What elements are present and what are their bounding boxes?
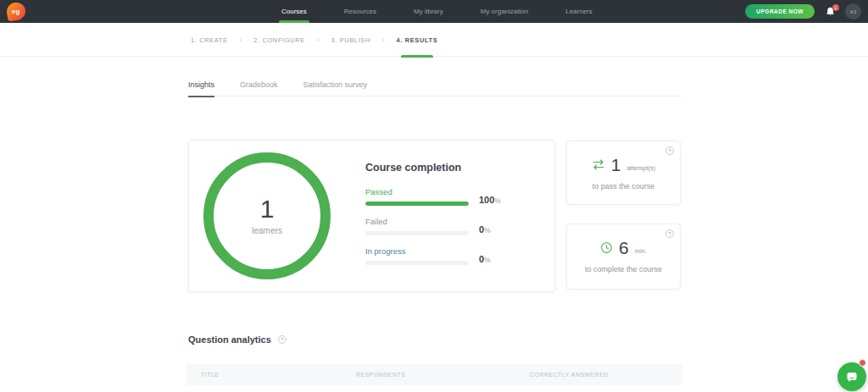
course-steps-bar: 1. CREATE › 2. CONFIGURE › 3. PUBLISH › … bbox=[0, 23, 868, 57]
completion-title: Course completion bbox=[365, 162, 542, 174]
completion-breakdown: Course completion Passed 100% Failed bbox=[365, 162, 542, 276]
column-header-title: TITLE bbox=[201, 372, 356, 378]
info-icon[interactable]: ? bbox=[665, 229, 674, 238]
chat-bubble-icon bbox=[845, 370, 859, 384]
notification-badge: 1 bbox=[832, 4, 839, 11]
nav-item-resources[interactable]: Resources bbox=[344, 0, 376, 23]
nav-item-label: Resources bbox=[344, 8, 376, 15]
nav-item-label: Learners bbox=[565, 8, 593, 15]
notifications-button[interactable]: 1 bbox=[823, 4, 837, 19]
chat-launcher-button[interactable] bbox=[837, 362, 866, 391]
top-nav: eg Courses Resources My library My organ… bbox=[0, 0, 868, 23]
nav-right-controls: UPGRADE NOW 1 VJ bbox=[745, 0, 861, 23]
nav-item-label: My organization bbox=[481, 8, 528, 15]
tab-label: Insights bbox=[188, 80, 214, 89]
completion-row-in-progress: In progress 0% bbox=[365, 246, 542, 265]
app-window: eg Courses Resources My library My organ… bbox=[0, 0, 868, 392]
clock-icon bbox=[600, 241, 613, 254]
column-header-correctly-answered: CORRECTLY ANSWERED bbox=[530, 372, 682, 378]
attempts-unit: attempt(s) bbox=[626, 164, 655, 172]
chevron-right-icon: › bbox=[382, 36, 385, 44]
completion-label: Passed bbox=[365, 187, 472, 196]
course-completion-card: 1 learners Course completion Passed 100%… bbox=[188, 140, 555, 292]
avatar[interactable]: VJ bbox=[845, 3, 861, 19]
brand-logo[interactable]: eg bbox=[6, 2, 27, 22]
nav-item-my-organization[interactable]: My organization bbox=[481, 0, 528, 23]
avatar-initials: VJ bbox=[850, 9, 857, 14]
main-nav: Courses Resources My library My organiza… bbox=[281, 0, 593, 23]
results-tabs: Insights Gradebook Satisfaction survey bbox=[188, 73, 682, 97]
brand-logo-text: eg bbox=[12, 8, 19, 15]
info-icon[interactable]: ? bbox=[278, 335, 287, 344]
nav-item-label: My library bbox=[414, 8, 443, 15]
tab-satisfaction-survey[interactable]: Satisfaction survey bbox=[303, 73, 368, 97]
question-analytics-title: Question analytics bbox=[188, 334, 271, 345]
learners-ring-chart: 1 learners bbox=[203, 152, 331, 279]
nav-item-courses[interactable]: Courses bbox=[281, 0, 307, 23]
attempts-value: 1 bbox=[611, 156, 621, 174]
step-label: 3. PUBLISH bbox=[331, 36, 370, 44]
completion-row-failed: Failed 0% bbox=[365, 217, 542, 235]
question-analytics-header: Question analytics ? bbox=[188, 334, 287, 345]
learners-label: learners bbox=[252, 226, 282, 235]
step-label: 1. CREATE bbox=[191, 36, 228, 44]
attempts-stat-card: ? 1 attempt(s) to pass the course bbox=[566, 141, 681, 205]
step-publish[interactable]: 3. PUBLISH bbox=[331, 23, 370, 57]
completion-label: Failed bbox=[365, 217, 472, 226]
chevron-right-icon: › bbox=[317, 36, 320, 44]
completion-label: In progress bbox=[365, 246, 472, 256]
step-label: 4. RESULTS bbox=[397, 36, 438, 44]
nav-item-label: Courses bbox=[281, 8, 307, 15]
step-results[interactable]: 4. RESULTS bbox=[397, 23, 438, 57]
tab-label: Gradebook bbox=[240, 80, 278, 89]
time-value: 6 bbox=[619, 239, 629, 257]
step-configure[interactable]: 2. CONFIGURE bbox=[253, 23, 305, 57]
completion-percent: 0% bbox=[479, 222, 513, 235]
active-step-underline bbox=[401, 55, 433, 58]
progress-bar-track bbox=[365, 202, 469, 206]
attempts-caption: to pass the course bbox=[567, 182, 680, 190]
tab-insights[interactable]: Insights bbox=[188, 73, 214, 97]
course-steps: 1. CREATE › 2. CONFIGURE › 3. PUBLISH › … bbox=[191, 23, 437, 57]
step-label: 2. CONFIGURE bbox=[253, 36, 305, 44]
completion-percent: 100% bbox=[479, 192, 513, 206]
completion-row-passed: Passed 100% bbox=[365, 187, 542, 206]
active-tab-underline bbox=[188, 96, 214, 97]
swap-arrows-icon bbox=[592, 159, 605, 170]
chevron-right-icon: › bbox=[240, 36, 242, 44]
progress-bar-track bbox=[365, 231, 469, 235]
progress-bar-fill bbox=[365, 202, 469, 206]
time-unit: min. bbox=[635, 247, 647, 255]
time-stat-card: ? 6 min. to complete the course bbox=[566, 224, 681, 290]
info-icon[interactable]: ? bbox=[665, 146, 674, 155]
completion-percent: 0% bbox=[479, 251, 513, 265]
nav-item-learners[interactable]: Learners bbox=[565, 0, 593, 23]
time-caption: to complete the course bbox=[567, 265, 680, 273]
learners-count: 1 bbox=[260, 196, 275, 222]
nav-item-my-library[interactable]: My library bbox=[414, 0, 443, 23]
chat-notification-dot bbox=[859, 359, 866, 367]
upgrade-now-button[interactable]: UPGRADE NOW bbox=[745, 4, 815, 19]
step-create[interactable]: 1. CREATE bbox=[191, 23, 228, 57]
tab-label: Satisfaction survey bbox=[303, 80, 368, 89]
tab-gradebook[interactable]: Gradebook bbox=[240, 73, 278, 97]
question-analytics-table-header: TITLE RESPONDENTS CORRECTLY ANSWERED bbox=[186, 364, 682, 385]
progress-bar-track bbox=[365, 261, 469, 265]
column-header-respondents: RESPONDENTS bbox=[356, 372, 530, 378]
